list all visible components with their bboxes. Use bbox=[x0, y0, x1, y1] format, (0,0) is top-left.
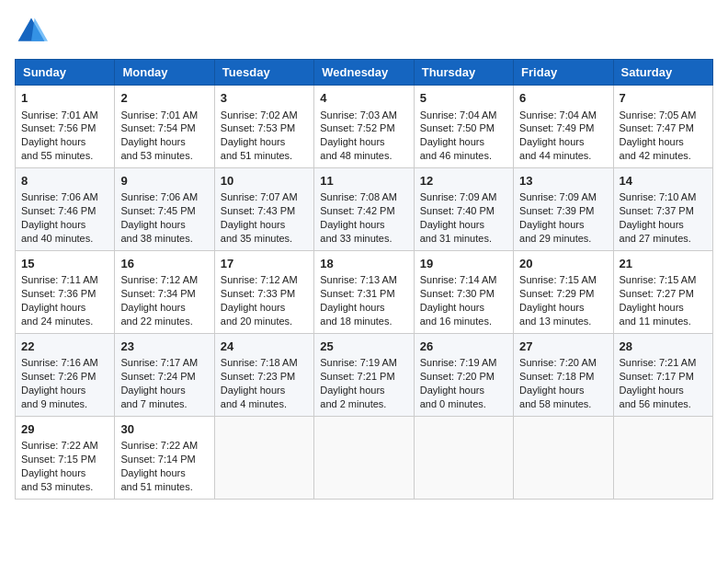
sunrise-text: Sunrise: 7:02 AM bbox=[221, 109, 298, 121]
daylight-label: Daylight hours bbox=[120, 467, 185, 478]
sunset-text: Sunset: 7:21 PM bbox=[320, 371, 394, 382]
calendar-cell: 26Sunrise: 7:19 AMSunset: 7:20 PMDayligh… bbox=[414, 333, 513, 416]
day-number: 22 bbox=[21, 339, 108, 355]
day-number: 17 bbox=[221, 256, 308, 272]
header-day-thursday: Thursday bbox=[414, 60, 513, 86]
sunset-text: Sunset: 7:34 PM bbox=[120, 288, 195, 299]
sunrise-text: Sunrise: 7:19 AM bbox=[420, 357, 497, 368]
calendar-cell: 11Sunrise: 7:08 AMSunset: 7:42 PMDayligh… bbox=[314, 167, 414, 250]
calendar-cell: 20Sunrise: 7:15 AMSunset: 7:29 PMDayligh… bbox=[514, 250, 613, 333]
calendar-cell: 7Sunrise: 7:05 AMSunset: 7:47 PMDaylight… bbox=[613, 86, 712, 168]
sunrise-text: Sunrise: 7:04 AM bbox=[519, 109, 597, 121]
sunrise-text: Sunrise: 7:22 AM bbox=[21, 440, 98, 451]
daylight-label: Daylight hours bbox=[21, 219, 85, 230]
sunset-text: Sunset: 7:42 PM bbox=[320, 205, 394, 216]
daylight-text: and 58 minutes. bbox=[519, 398, 591, 409]
daylight-label: Daylight hours bbox=[519, 136, 584, 147]
header-day-tuesday: Tuesday bbox=[214, 60, 313, 86]
daylight-label: Daylight hours bbox=[320, 302, 384, 313]
daylight-text: and 18 minutes. bbox=[320, 316, 392, 327]
sunrise-text: Sunrise: 7:04 AM bbox=[420, 109, 497, 121]
page-header bbox=[15, 15, 713, 48]
header-day-saturday: Saturday bbox=[613, 60, 712, 86]
daylight-text: and 33 minutes. bbox=[320, 233, 392, 244]
daylight-label: Daylight hours bbox=[120, 219, 185, 230]
calendar-cell: 16Sunrise: 7:12 AMSunset: 7:34 PMDayligh… bbox=[115, 250, 214, 333]
day-number: 3 bbox=[221, 90, 308, 107]
sunset-text: Sunset: 7:40 PM bbox=[420, 205, 495, 216]
daylight-text: and 7 minutes. bbox=[120, 398, 187, 409]
sunrise-text: Sunrise: 7:06 AM bbox=[21, 191, 98, 202]
sunrise-text: Sunrise: 7:06 AM bbox=[120, 191, 198, 202]
day-number: 12 bbox=[420, 173, 507, 190]
sunrise-text: Sunrise: 7:13 AM bbox=[320, 274, 397, 285]
daylight-label: Daylight hours bbox=[221, 136, 285, 147]
daylight-label: Daylight hours bbox=[420, 385, 484, 396]
daylight-text: and 0 minutes. bbox=[420, 398, 486, 409]
daylight-text: and 24 minutes. bbox=[21, 316, 93, 327]
day-number: 30 bbox=[120, 421, 208, 438]
daylight-text: and 46 minutes. bbox=[420, 150, 492, 161]
day-number: 15 bbox=[21, 256, 108, 272]
calendar-cell: 12Sunrise: 7:09 AMSunset: 7:40 PMDayligh… bbox=[414, 167, 513, 250]
calendar-cell: 28Sunrise: 7:21 AMSunset: 7:17 PMDayligh… bbox=[613, 333, 712, 416]
sunset-text: Sunset: 7:49 PM bbox=[519, 122, 594, 133]
daylight-label: Daylight hours bbox=[221, 302, 285, 313]
sunrise-text: Sunrise: 7:19 AM bbox=[320, 357, 397, 368]
day-number: 7 bbox=[620, 90, 707, 107]
calendar-cell: 17Sunrise: 7:12 AMSunset: 7:33 PMDayligh… bbox=[214, 250, 313, 333]
sunset-text: Sunset: 7:17 PM bbox=[620, 371, 694, 382]
sunrise-text: Sunrise: 7:21 AM bbox=[620, 357, 697, 368]
sunset-text: Sunset: 7:50 PM bbox=[420, 122, 495, 133]
sunset-text: Sunset: 7:14 PM bbox=[120, 454, 195, 465]
calendar-cell: 24Sunrise: 7:18 AMSunset: 7:23 PMDayligh… bbox=[214, 333, 313, 416]
day-number: 8 bbox=[21, 173, 108, 190]
daylight-label: Daylight hours bbox=[420, 136, 484, 147]
sunrise-text: Sunrise: 7:17 AM bbox=[120, 357, 198, 368]
daylight-text: and 29 minutes. bbox=[519, 233, 591, 244]
sunrise-text: Sunrise: 7:18 AM bbox=[221, 357, 298, 368]
daylight-label: Daylight hours bbox=[21, 467, 85, 478]
calendar-table: SundayMondayTuesdayWednesdayThursdayFrid… bbox=[15, 59, 713, 500]
week-row-5: 29Sunrise: 7:22 AMSunset: 7:15 PMDayligh… bbox=[16, 416, 713, 499]
daylight-text: and 55 minutes. bbox=[21, 150, 93, 161]
daylight-text: and 9 minutes. bbox=[21, 398, 87, 409]
sunrise-text: Sunrise: 7:09 AM bbox=[519, 191, 597, 202]
calendar-cell bbox=[613, 416, 712, 499]
sunrise-text: Sunrise: 7:12 AM bbox=[221, 274, 298, 285]
header-row: SundayMondayTuesdayWednesdayThursdayFrid… bbox=[16, 60, 713, 86]
logo bbox=[15, 15, 53, 48]
calendar-cell: 23Sunrise: 7:17 AMSunset: 7:24 PMDayligh… bbox=[115, 333, 214, 416]
calendar-cell: 4Sunrise: 7:03 AMSunset: 7:52 PMDaylight… bbox=[314, 86, 414, 168]
sunset-text: Sunset: 7:43 PM bbox=[221, 205, 295, 216]
daylight-label: Daylight hours bbox=[320, 219, 384, 230]
daylight-text: and 20 minutes. bbox=[221, 316, 292, 327]
daylight-text: and 31 minutes. bbox=[420, 233, 492, 244]
daylight-text: and 56 minutes. bbox=[620, 398, 691, 409]
calendar-cell: 22Sunrise: 7:16 AMSunset: 7:26 PMDayligh… bbox=[16, 333, 115, 416]
calendar-cell: 6Sunrise: 7:04 AMSunset: 7:49 PMDaylight… bbox=[514, 86, 613, 168]
daylight-text: and 13 minutes. bbox=[519, 316, 591, 327]
sunset-text: Sunset: 7:46 PM bbox=[21, 205, 96, 216]
sunset-text: Sunset: 7:45 PM bbox=[120, 205, 195, 216]
daylight-text: and 22 minutes. bbox=[120, 316, 192, 327]
header-day-friday: Friday bbox=[514, 60, 613, 86]
sunrise-text: Sunrise: 7:15 AM bbox=[519, 274, 597, 285]
daylight-text: and 38 minutes. bbox=[120, 233, 192, 244]
calendar-cell bbox=[214, 416, 313, 499]
sunset-text: Sunset: 7:31 PM bbox=[320, 288, 394, 299]
day-number: 14 bbox=[620, 173, 707, 190]
day-number: 10 bbox=[221, 173, 308, 190]
sunset-text: Sunset: 7:24 PM bbox=[120, 371, 195, 382]
daylight-label: Daylight hours bbox=[120, 136, 185, 147]
sunset-text: Sunset: 7:53 PM bbox=[221, 122, 295, 133]
day-number: 1 bbox=[21, 90, 108, 107]
day-number: 23 bbox=[120, 339, 208, 355]
day-number: 5 bbox=[420, 90, 507, 107]
calendar-cell: 30Sunrise: 7:22 AMSunset: 7:14 PMDayligh… bbox=[115, 416, 214, 499]
sunset-text: Sunset: 7:54 PM bbox=[120, 122, 195, 133]
calendar-cell: 13Sunrise: 7:09 AMSunset: 7:39 PMDayligh… bbox=[514, 167, 613, 250]
daylight-label: Daylight hours bbox=[320, 136, 384, 147]
week-row-1: 1Sunrise: 7:01 AMSunset: 7:56 PMDaylight… bbox=[16, 86, 713, 168]
daylight-text: and 11 minutes. bbox=[620, 316, 691, 327]
